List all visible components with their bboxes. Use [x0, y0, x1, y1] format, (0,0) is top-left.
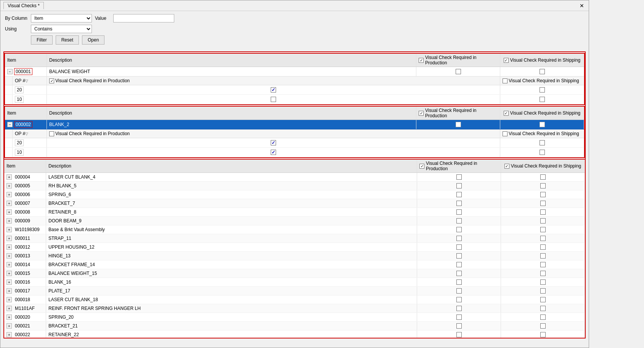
ship-checkbox-2[interactable] [540, 122, 545, 127]
ship-checkbox[interactable] [540, 227, 546, 232]
ship-checkbox[interactable] [540, 183, 546, 188]
ship-checkbox[interactable] [540, 314, 546, 320]
sub-ship-checkbox-2[interactable] [503, 131, 507, 136]
header-ship-checkbox-2[interactable] [504, 111, 509, 116]
ship-checkbox[interactable] [540, 288, 546, 294]
op-prod-checkbox-2b[interactable] [271, 150, 276, 155]
op-row-10-2[interactable]: 10 [5, 148, 584, 157]
prod-checkbox[interactable] [456, 306, 462, 311]
expand-button[interactable]: + [6, 253, 12, 259]
expand-button[interactable]: + [6, 218, 12, 223]
visual-checks-tab[interactable]: Visual Checks * [3, 2, 44, 9]
prod-checkbox[interactable] [456, 209, 462, 215]
expand-button[interactable]: + [6, 323, 12, 329]
prod-checkbox[interactable] [456, 288, 462, 294]
expand-button[interactable]: + [6, 271, 12, 276]
ship-checkbox[interactable] [540, 253, 546, 259]
regular-item-row[interactable]: + 000016 BLANK_16 [4, 278, 585, 287]
header-prod-checkbox-2[interactable] [419, 111, 424, 116]
op-ship-checkbox-2b[interactable] [540, 150, 545, 155]
header-prod-checkbox[interactable] [419, 58, 424, 63]
prod-checkbox[interactable] [456, 174, 462, 180]
ship-checkbox[interactable] [540, 209, 546, 215]
op-ship-checkbox[interactable] [540, 97, 545, 102]
prod-checkbox-2[interactable]: ✓ [456, 122, 461, 127]
regular-item-row[interactable]: + 000022 RETAINER_22 [4, 330, 585, 338]
expand-button[interactable]: + [6, 174, 12, 180]
expand-button[interactable]: + [6, 183, 12, 188]
expand-button[interactable]: + [6, 314, 12, 320]
regular-item-row[interactable]: + M1101AF REINF. FRONT REAR SPRING HANGE… [4, 304, 585, 313]
regular-item-row[interactable]: + 000015 BALANCE WEIGHT_15 [4, 269, 585, 278]
regular-item-row[interactable]: + 000006 SPRING_6 [4, 190, 585, 199]
op-row-10-1[interactable]: 10 [5, 95, 584, 104]
expand-button[interactable]: − [7, 69, 13, 74]
prod-checkbox[interactable] [456, 323, 462, 329]
op-prod-checkbox-2a[interactable] [271, 140, 276, 145]
ship-checkbox[interactable] [540, 236, 546, 241]
ship-checkbox[interactable] [540, 271, 546, 276]
ship-checkbox[interactable] [540, 262, 546, 267]
prod-checkbox[interactable] [456, 332, 462, 337]
regular-item-row[interactable]: + 000021 BRACKET_21 [4, 322, 585, 330]
regular-item-row[interactable]: + 000008 RETAINER_8 [4, 208, 585, 217]
regular-item-row[interactable]: + W10198309 Base & Brkt Vault Assembly [4, 225, 585, 234]
ship-checkbox[interactable] [540, 244, 546, 250]
ship-checkbox[interactable] [540, 174, 546, 180]
header-ship-checkbox-3[interactable] [504, 164, 509, 169]
regular-item-row[interactable]: + 000017 PLATE_17 [4, 287, 585, 295]
expand-button-2[interactable]: − [7, 122, 13, 127]
item-row-000001[interactable]: − 000001 BALANCE WEIGHT [5, 67, 584, 77]
prod-checkbox[interactable] [456, 201, 462, 206]
ship-checkbox[interactable] [540, 306, 546, 311]
regular-item-row[interactable]: + 000014 BRACKET FRAME_14 [4, 260, 585, 269]
column-select[interactable]: Item Description [31, 14, 92, 22]
prod-checkbox[interactable] [456, 244, 462, 250]
expand-button[interactable]: + [6, 227, 12, 232]
op-prod-checkbox[interactable] [271, 87, 276, 93]
regular-item-row[interactable]: + 000005 RH BLANK_5 [4, 182, 585, 190]
regular-item-row[interactable]: + 000012 UPPER HOUSING_12 [4, 243, 585, 252]
regular-item-row[interactable]: + 000007 BRACKET_7 [4, 199, 585, 208]
reset-button[interactable]: Reset [56, 35, 79, 45]
ship-checkbox[interactable] [540, 192, 546, 197]
expand-button[interactable]: + [6, 209, 12, 215]
expand-button[interactable]: + [6, 192, 12, 197]
header-prod-checkbox-3[interactable] [419, 164, 424, 169]
expand-button[interactable]: + [6, 244, 12, 250]
prod-checkbox[interactable] [456, 227, 462, 232]
prod-checkbox[interactable] [456, 262, 462, 267]
expand-button[interactable]: + [6, 201, 12, 206]
sub-prod-checkbox-2[interactable] [49, 131, 54, 136]
regular-item-row[interactable]: + 000011 STRAP_11 [4, 234, 585, 243]
regular-item-row[interactable]: + 000004 LASER CUT BLANK_4 [4, 173, 585, 182]
data-grid[interactable]: Item Description Visual Check Required i… [3, 51, 586, 338]
expand-button[interactable]: + [6, 332, 12, 337]
op-ship-checkbox[interactable] [540, 87, 545, 93]
using-select[interactable]: Contains Equals Starts With [31, 25, 92, 33]
open-button[interactable]: Open [82, 35, 104, 45]
op-prod-checkbox[interactable] [271, 97, 276, 102]
ship-checkbox[interactable] [540, 279, 546, 285]
value-input[interactable] [113, 14, 174, 22]
regular-item-row[interactable]: + 000018 LASER CUT BLANK_18 [4, 295, 585, 304]
header-ship-checkbox[interactable] [504, 58, 509, 63]
ship-checkbox[interactable] [540, 218, 546, 223]
prod-checkbox[interactable] [456, 192, 462, 197]
filter-button[interactable]: Filter [31, 35, 53, 45]
ship-checkbox[interactable] [540, 323, 546, 329]
prod-checkbox[interactable] [456, 297, 462, 302]
regular-item-row[interactable]: + 000009 DOOR BEAM_9 [4, 217, 585, 225]
prod-checkbox[interactable] [456, 69, 461, 74]
ship-checkbox[interactable] [540, 332, 546, 337]
regular-item-row[interactable]: + 000020 SPRING_20 [4, 313, 585, 322]
prod-checkbox[interactable] [456, 314, 462, 320]
close-button[interactable]: ✕ [578, 3, 586, 9]
expand-button[interactable]: + [6, 297, 12, 302]
prod-checkbox[interactable] [456, 183, 462, 188]
prod-checkbox[interactable] [456, 236, 462, 241]
ship-checkbox[interactable] [540, 201, 546, 206]
prod-checkbox[interactable] [456, 271, 462, 276]
op-row-20-2[interactable]: 20 [5, 138, 584, 148]
ship-checkbox[interactable] [540, 297, 546, 302]
